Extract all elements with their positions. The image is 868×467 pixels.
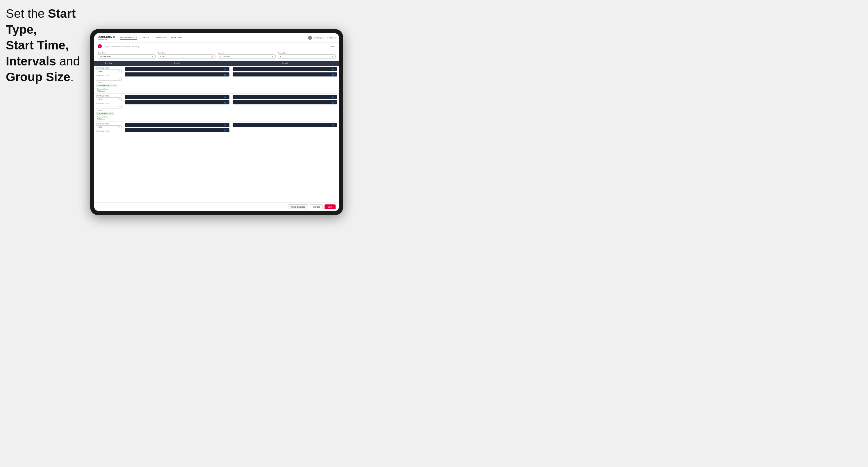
tee-group-3: STARTING TIME: 10:20 🕐 STARTING HOLE: 👤 …	[94, 122, 339, 134]
player-slot: 👤 ×	[232, 123, 337, 127]
person-icon: 👤	[224, 68, 226, 70]
tee-left-1: STARTING TIME: 10:00 🕐 STARTING HOLE: 1 …	[94, 66, 123, 93]
person-icon: 👤	[224, 73, 226, 75]
save-button[interactable]: Save	[324, 205, 336, 209]
annotation-text: Set the Start Type,Start Time,Intervals …	[6, 6, 87, 85]
back-button[interactable]: ‹ Back	[330, 45, 336, 48]
player-slot: 👤 ×	[232, 95, 337, 99]
starting-time-input-2[interactable]: 10:10 🕐	[96, 97, 122, 101]
person-icon: 👤	[224, 129, 226, 131]
avatar	[308, 36, 312, 40]
remove-player-icon[interactable]: ×	[335, 73, 336, 75]
remove-player-icon[interactable]: ×	[227, 101, 228, 103]
person-icon: 👤	[332, 73, 334, 75]
remove-course-icon-1[interactable]: ×	[113, 85, 114, 86]
starting-time-label-1: STARTING TIME:	[96, 67, 122, 69]
person-icon: 👤	[332, 101, 334, 103]
starting-hole-input-1[interactable]: 1 ⇅	[96, 77, 122, 81]
starting-hole-label-1: STARTING HOLE:	[96, 74, 122, 76]
edit-course-icon-1[interactable]: ✎	[114, 85, 116, 86]
teams-area-1: 👤 × 👤 × 👤 × �	[123, 66, 339, 93]
remove-player-icon[interactable]: ×	[227, 96, 228, 98]
teams-area-2: 👤 × 👤 × 👤 × �	[123, 94, 339, 121]
starting-time-label-3: STARTING TIME:	[96, 123, 122, 125]
player-slot: 👤 ×	[125, 123, 229, 127]
intervals-select[interactable]: 10 Minutes ▼	[218, 54, 276, 59]
course-tag-2: ⛳ East Lake GC × ✎	[96, 112, 114, 115]
nav-tabs: TOURNAMENTS TEAMS COMMITTEE RANKINGS	[120, 36, 308, 39]
nav-bar: SCOREBOARD Powered by clippd TOURNAMENTS…	[94, 33, 339, 42]
nav-user: blair@clippd.io | Sign out	[308, 36, 336, 40]
start-type-select[interactable]: 1st Tee Start ▼	[98, 54, 156, 59]
team2-col-1: 👤 × 👤 ×	[231, 66, 339, 93]
clock-icon: 🕐	[211, 56, 213, 58]
tee-left-2: STARTING TIME: 10:10 🕐 STARTING HOLE: 1 …	[94, 94, 123, 121]
player-slot: 👤 ×	[125, 128, 229, 132]
remove-player-icon[interactable]: ×	[227, 124, 228, 126]
remove-group-2[interactable]: ○ Remove Group	[96, 116, 122, 118]
th-team1: Team 1	[123, 61, 231, 66]
tee-group-2: STARTING TIME: 10:10 🕐 STARTING HOLE: 1 …	[94, 94, 339, 122]
remove-player-icon[interactable]: ×	[335, 96, 336, 98]
player-slot: 👤 ×	[125, 72, 229, 76]
starting-time-label-2: STARTING TIME:	[96, 95, 122, 97]
tee-actions-1: ○ Remove Group + Add Group	[96, 88, 122, 92]
tablet-frame: SCOREBOARD Powered by clippd TOURNAMENTS…	[90, 29, 343, 215]
remove-player-icon[interactable]: ×	[335, 68, 336, 70]
chevron-updown-1: ⇅	[118, 77, 120, 80]
nav-tab-rankings[interactable]: RANKINGS	[171, 36, 183, 39]
chevron-down-icon-2: ▼	[272, 56, 274, 58]
group-size-select[interactable]: 3 ▼	[278, 54, 336, 59]
remove-course-icon-2[interactable]: ×	[110, 113, 111, 114]
group-size-label: Group Size	[278, 52, 336, 54]
add-group-2[interactable]: + Add Group	[96, 118, 122, 120]
player-slot: 👤 ×	[125, 95, 229, 99]
team2-col-2: 👤 × 👤 ×	[231, 94, 339, 121]
starting-time-input-3[interactable]: 10:20 🕐	[96, 125, 122, 129]
person-icon: 👤	[224, 101, 226, 103]
remove-player-icon[interactable]: ×	[335, 101, 336, 103]
remove-group-1[interactable]: ○ Remove Group	[96, 88, 122, 90]
course-label-2: COURSE:	[96, 110, 122, 112]
clock-icon-1: 🕐	[118, 70, 120, 72]
nav-tab-teams[interactable]: TEAMS	[141, 36, 149, 39]
edit-course-icon-2[interactable]: ✎	[112, 113, 113, 114]
player-slot: 👤 ×	[125, 67, 229, 71]
nav-tab-tournaments[interactable]: TOURNAMENTS	[120, 36, 137, 39]
starting-hole-label-2: STARTING HOLE:	[96, 102, 122, 104]
nav-tab-committee[interactable]: COMMITTEE	[153, 36, 166, 39]
tee-left-3: STARTING TIME: 10:20 🕐 STARTING HOLE:	[94, 122, 123, 134]
tablet-screen: SCOREBOARD Powered by clippd TOURNAMENTS…	[94, 33, 339, 211]
start-type-field: Start Type 1st Tee Start ▼	[98, 52, 156, 59]
team2-col-3: 👤 ×	[231, 122, 339, 134]
person-icon: 👤	[332, 68, 334, 70]
remove-player-icon[interactable]: ×	[227, 129, 228, 131]
reset-changes-button[interactable]: Reset Changes	[288, 205, 308, 209]
tee-actions-2: ○ Remove Group + Add Group	[96, 116, 122, 120]
teams-area-3: 👤 × 👤 × 👤 ×	[123, 122, 339, 134]
sign-out-link[interactable]: Sign out	[329, 37, 336, 39]
clock-icon-2: 🕐	[118, 98, 120, 100]
remove-player-icon[interactable]: ×	[335, 124, 336, 126]
th-team2: Team 2	[231, 61, 339, 66]
th-tee-time: Tee Time	[94, 61, 123, 66]
person-icon: 👤	[224, 96, 226, 98]
table-header: Tee Time Team 1 Team 2	[94, 61, 339, 66]
add-group-1[interactable]: + Add Group	[96, 90, 122, 92]
remove-player-icon[interactable]: ×	[227, 68, 228, 70]
player-slot: 👤 ×	[232, 100, 337, 104]
tournament-title: Clippd Invitational (Med) Hosting	[103, 45, 330, 48]
tee-group-1: STARTING TIME: 10:00 🕐 STARTING HOLE: 1 …	[94, 66, 339, 94]
logo: SCOREBOARD Powered by clippd	[98, 35, 115, 40]
starting-time-input-1[interactable]: 10:00 🕐	[96, 69, 122, 73]
remove-player-icon[interactable]: ×	[227, 73, 228, 75]
start-time-input[interactable]: 10:00 🕐	[158, 54, 216, 59]
group-size-field: Group Size 3 ▼	[278, 52, 336, 59]
start-type-label: Start Type	[98, 52, 156, 54]
brand-logo: C	[98, 44, 102, 48]
team1-col-2: 👤 × 👤 ×	[123, 94, 231, 121]
starting-hole-input-2[interactable]: 1 ⇅	[96, 105, 122, 108]
chevron-down-icon-3: ▼	[332, 56, 334, 58]
cancel-button[interactable]: Cancel	[310, 205, 323, 209]
person-icon: 👤	[332, 124, 334, 126]
